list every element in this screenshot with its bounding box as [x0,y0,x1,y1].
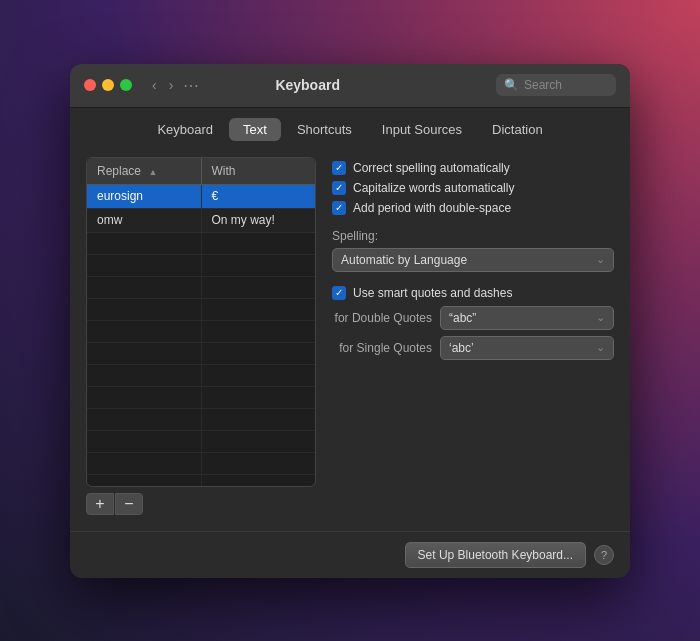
with-cell: On my way! [202,209,316,232]
chevron-down-icon: ⌄ [596,341,605,354]
empty-row [87,321,315,343]
spelling-label: Spelling: [332,229,614,243]
close-button[interactable] [84,79,96,91]
spelling-dropdown[interactable]: Automatic by Language ⌄ [332,248,614,272]
correct-spelling-label: Correct spelling automatically [353,161,510,175]
table-actions: + − [86,493,316,515]
spelling-value: Automatic by Language [341,253,467,267]
table-rows: eurosign € omw On my way! [87,185,315,487]
table-header: Replace ▲ With [87,158,315,185]
tab-keyboard[interactable]: Keyboard [143,118,227,141]
chevron-down-icon: ⌄ [596,311,605,324]
sort-icon: ▲ [148,167,157,177]
main-window: ‹ › ⋯ Keyboard 🔍 Keyboard Text Shortcuts… [70,64,630,578]
empty-row [87,409,315,431]
single-quotes-dropdown[interactable]: ‘abc’ ⌄ [440,336,614,360]
empty-row [87,255,315,277]
spelling-section: Spelling: Automatic by Language ⌄ [332,229,614,272]
checkbox-icon: ✓ [332,201,346,215]
minimize-button[interactable] [102,79,114,91]
table-row[interactable]: omw On my way! [87,209,315,233]
empty-row [87,277,315,299]
help-button[interactable]: ? [594,545,614,565]
double-quotes-dropdown[interactable]: “abc” ⌄ [440,306,614,330]
capitalize-words-label: Capitalize words automatically [353,181,514,195]
smart-quotes-label: Use smart quotes and dashes [353,286,512,300]
double-quotes-row: for Double Quotes “abc” ⌄ [332,306,614,330]
single-quotes-label: for Single Quotes [332,341,432,355]
tab-text[interactable]: Text [229,118,281,141]
column-with: With [202,158,316,184]
chevron-down-icon: ⌄ [596,253,605,266]
left-panel: Replace ▲ With eurosign € omw On my way! [86,157,316,515]
search-icon: 🔍 [504,78,519,92]
empty-row [87,453,315,475]
checkbox-capitalize-words[interactable]: ✓ Capitalize words automatically [332,181,614,195]
table-row[interactable]: eurosign € [87,185,315,209]
tabs-bar: Keyboard Text Shortcuts Input Sources Di… [70,108,630,149]
tab-dictation[interactable]: Dictation [478,118,557,141]
empty-row [87,475,315,487]
quotes-section: ✓ Use smart quotes and dashes for Double… [332,286,614,360]
checkbox-add-period[interactable]: ✓ Add period with double-space [332,201,614,215]
single-quotes-row: for Single Quotes ‘abc’ ⌄ [332,336,614,360]
checkbox-icon: ✓ [332,181,346,195]
add-row-button[interactable]: + [86,493,114,515]
search-input[interactable] [524,78,604,92]
single-quotes-value: ‘abc’ [449,341,474,355]
empty-row [87,299,315,321]
search-box[interactable]: 🔍 [496,74,616,96]
empty-row [87,365,315,387]
replace-cell: eurosign [87,185,202,208]
empty-row [87,431,315,453]
bottom-bar: Set Up Bluetooth Keyboard... ? [70,531,630,578]
checkbox-smart-quotes[interactable]: ✓ Use smart quotes and dashes [332,286,614,300]
setup-bluetooth-button[interactable]: Set Up Bluetooth Keyboard... [405,542,586,568]
tab-shortcuts[interactable]: Shortcuts [283,118,366,141]
empty-row [87,233,315,255]
checkbox-correct-spelling[interactable]: ✓ Correct spelling automatically [332,161,614,175]
content-area: Replace ▲ With eurosign € omw On my way! [70,149,630,531]
checkbox-icon: ✓ [332,286,346,300]
remove-row-button[interactable]: − [115,493,143,515]
empty-row [87,343,315,365]
empty-row [87,387,315,409]
replace-cell: omw [87,209,202,232]
double-quotes-label: for Double Quotes [332,311,432,325]
column-replace: Replace ▲ [87,158,202,184]
text-replacement-table[interactable]: Replace ▲ With eurosign € omw On my way! [86,157,316,487]
titlebar: ‹ › ⋯ Keyboard 🔍 [70,64,630,108]
with-cell: € [202,185,316,208]
double-quotes-value: “abc” [449,311,476,325]
add-period-label: Add period with double-space [353,201,511,215]
window-title: Keyboard [119,77,496,93]
right-panel: ✓ Correct spelling automatically ✓ Capit… [332,157,614,515]
checkbox-icon: ✓ [332,161,346,175]
tab-input-sources[interactable]: Input Sources [368,118,476,141]
